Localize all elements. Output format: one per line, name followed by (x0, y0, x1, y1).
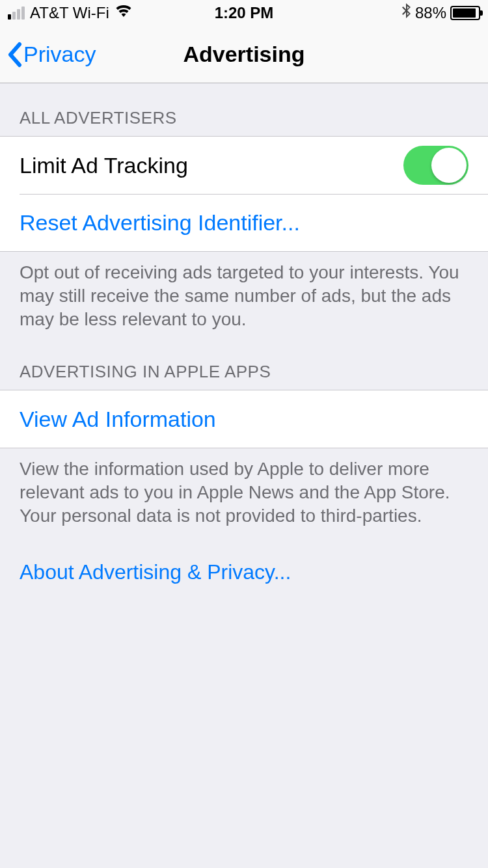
bluetooth-icon (402, 3, 411, 23)
cell-reset-identifier[interactable]: Reset Advertising Identifier... (0, 194, 488, 251)
section-footer-apple-apps: View the information used by Apple to de… (0, 448, 488, 534)
limit-ad-tracking-toggle[interactable] (403, 146, 468, 185)
content: ALL ADVERTISERS Limit Ad Tracking Reset … (0, 83, 488, 591)
cell-view-ad-info[interactable]: View Ad Information (0, 390, 488, 448)
status-time: 1:20 PM (215, 4, 274, 22)
back-label: Privacy (23, 42, 96, 67)
nav-bar: Privacy Advertising (0, 26, 488, 83)
battery-percent: 88% (415, 4, 446, 22)
reset-identifier-label: Reset Advertising Identifier... (20, 210, 300, 236)
back-button[interactable]: Privacy (7, 42, 96, 68)
cell-group-apple-apps: View Ad Information (0, 390, 488, 448)
carrier-label: AT&T Wi-Fi (30, 4, 109, 22)
cell-limit-ad-tracking: Limit Ad Tracking (0, 137, 488, 194)
battery-icon (450, 6, 480, 20)
toggle-knob (431, 148, 467, 183)
status-right: 88% (402, 3, 480, 23)
section-header-apple-apps: ADVERTISING IN APPLE APPS (0, 337, 488, 390)
view-ad-info-label: View Ad Information (20, 407, 216, 432)
status-left: AT&T Wi-Fi (8, 4, 133, 22)
chevron-left-icon (7, 42, 22, 68)
signal-icon (8, 7, 25, 20)
section-footer-all-advertisers: Opt out of receiving ads targeted to you… (0, 252, 488, 337)
section-header-all-advertisers: ALL ADVERTISERS (0, 83, 488, 136)
limit-ad-tracking-label: Limit Ad Tracking (20, 153, 188, 178)
page-title: Advertising (183, 42, 305, 67)
status-bar: AT&T Wi-Fi 1:20 PM 88% (0, 0, 488, 26)
wifi-icon (115, 5, 133, 21)
about-advertising-privacy-link[interactable]: About Advertising & Privacy... (0, 534, 488, 591)
cell-group-all-advertisers: Limit Ad Tracking Reset Advertising Iden… (0, 136, 488, 252)
